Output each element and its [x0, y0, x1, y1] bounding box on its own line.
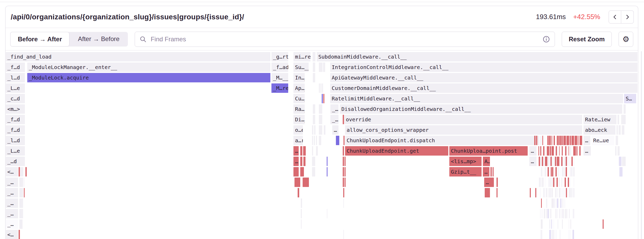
flamegraph-frame-sliver[interactable] [490, 167, 492, 177]
flamegraph-frame-sliver[interactable] [618, 115, 619, 124]
flamegraph-frame[interactable]: _…d [6, 157, 25, 166]
flamegraph-frame[interactable]: _M…re [271, 83, 288, 93]
flamegraph-frame-sliver[interactable] [19, 167, 20, 177]
flamegraph-frame-sliver[interactable] [565, 209, 566, 218]
flamegraph-frame[interactable]: … [293, 157, 299, 166]
flamegraph-frame-sliver[interactable] [570, 219, 571, 229]
flamegraph-frame-sliver[interactable] [536, 136, 537, 145]
flamegraph-frame-sliver[interactable] [559, 209, 560, 218]
flamegraph-frame-sliver[interactable] [545, 167, 546, 177]
flamegraph-frame-sliver[interactable] [313, 104, 315, 114]
flamegraph-frame-sliver[interactable] [553, 230, 554, 239]
flamegraph-frame-sliver[interactable] [567, 157, 568, 166]
flamegraph-frame[interactable]: CustomerDomainMiddleware.__call__ [330, 83, 637, 93]
flamegraph-frame[interactable]: … [484, 178, 494, 187]
flamegraph-frame-sliver[interactable] [485, 188, 490, 197]
flamegraph-frame-sliver[interactable] [624, 104, 626, 114]
flamegraph-frame-sliver[interactable] [301, 198, 302, 208]
flamegraph-frame-sliver[interactable] [19, 230, 20, 239]
flamegraph-frame-sliver[interactable] [540, 178, 542, 187]
flamegraph-frame-sliver[interactable] [566, 188, 567, 197]
flamegraph-frame[interactable]: ChunkUploadEndpoint.dispatch [345, 136, 537, 145]
flamegraph-frame-sliver[interactable] [314, 136, 315, 145]
flamegraph-frame-sliver[interactable] [570, 146, 571, 156]
flamegraph-frame-sliver[interactable] [562, 167, 564, 177]
flamegraph-frame-sliver[interactable] [562, 219, 563, 229]
flamegraph-frame-sliver[interactable] [558, 136, 560, 145]
flamegraph-frame-sliver[interactable] [552, 178, 553, 187]
flamegraph-frame-sliver[interactable] [25, 167, 27, 177]
flamegraph-frame-sliver[interactable] [496, 178, 498, 187]
flamegraph-frame-sliver[interactable] [553, 219, 554, 229]
flamegraph-frame-sliver[interactable] [562, 146, 563, 156]
flamegraph-frame-sliver[interactable] [19, 178, 23, 187]
flamegraph-frame-sliver[interactable] [543, 178, 544, 187]
flamegraph-frame[interactable]: _… [330, 104, 339, 114]
flamegraph-frame-sliver[interactable] [552, 136, 552, 145]
flamegraph-frame-sliver[interactable] [319, 115, 322, 124]
flamegraph-frame[interactable]: a…r [293, 136, 303, 145]
flamegraph-frame[interactable]: _… [6, 178, 18, 187]
flamegraph-frame-sliver[interactable] [571, 188, 572, 197]
flamegraph-frame-sliver[interactable] [562, 198, 563, 208]
flamegraph-frame[interactable]: o…e [293, 125, 303, 135]
flamegraph-frame-sliver[interactable] [550, 157, 552, 166]
flamegraph-frame-sliver[interactable] [578, 146, 579, 156]
flamegraph-frame-sliver[interactable] [576, 146, 577, 156]
flamegraph-frame[interactable]: … [332, 125, 339, 135]
flamegraph-frame-sliver[interactable] [622, 157, 626, 166]
flamegraph-frame-sliver[interactable] [552, 167, 553, 177]
flamegraph-frame-sliver[interactable] [573, 188, 575, 197]
flamegraph-frame-sliver[interactable] [541, 219, 543, 229]
flamegraph-frame[interactable]: Gzip…t__ [449, 167, 482, 177]
flamegraph-frame-sliver[interactable] [568, 219, 570, 229]
flamegraph-frame-sliver[interactable] [314, 125, 315, 135]
flamegraph-frame[interactable]: _l…d [6, 73, 25, 82]
flamegraph-frame-sliver[interactable] [552, 157, 553, 166]
flamegraph-frame-sliver[interactable] [559, 188, 560, 197]
flamegraph-frame-sliver[interactable] [554, 136, 555, 145]
flamegraph-frame-sliver[interactable] [539, 178, 540, 187]
flamegraph-frame-sliver[interactable] [621, 115, 626, 124]
flamegraph-frame-sliver[interactable] [569, 146, 569, 156]
flamegraph-frame-sliver[interactable] [557, 198, 558, 208]
flamegraph-frame-sliver[interactable] [303, 146, 306, 156]
flamegraph-frame-sliver[interactable] [548, 209, 549, 218]
flamegraph-frame-sliver[interactable] [558, 219, 558, 229]
flamegraph-frame-sliver[interactable] [571, 157, 573, 166]
flamegraph-frame-sliver[interactable] [303, 157, 305, 166]
flamegraph-frame-sliver[interactable] [301, 209, 302, 218]
flamegraph-frame-sliver[interactable] [573, 209, 574, 218]
flamegraph-frame-sliver[interactable] [569, 188, 571, 197]
flamegraph-frame-sliver[interactable] [541, 198, 542, 208]
flamegraph-frame-sliver[interactable] [539, 136, 540, 145]
flamegraph-frame-sliver[interactable] [323, 94, 324, 103]
flamegraph-frame-sliver[interactable] [300, 157, 302, 166]
flamegraph-frame[interactable]: In…_ [293, 73, 305, 82]
flamegraph-frame-sliver[interactable] [560, 230, 560, 239]
flamegraph-frame-sliver[interactable] [557, 188, 558, 197]
flamegraph-frame-sliver[interactable] [544, 136, 545, 145]
flamegraph-frame-sliver[interactable] [550, 136, 551, 145]
flamegraph-frame-sliver[interactable] [541, 167, 542, 177]
flamegraph-frame-sliver[interactable] [557, 209, 558, 218]
flamegraph-frame-sliver[interactable] [19, 219, 23, 229]
flamegraph-frame-sliver[interactable] [622, 125, 624, 135]
flamegraph-frame-sliver[interactable] [567, 146, 568, 156]
flamegraph-frame[interactable]: _… [330, 115, 339, 124]
flamegraph-frame-sliver[interactable] [559, 198, 559, 208]
flamegraph-frame[interactable]: _… [6, 188, 18, 197]
flamegraph-frame[interactable]: _l…d [6, 136, 25, 145]
flamegraph-frame-sliver[interactable] [496, 188, 498, 197]
flamegraph-canvas[interactable]: _find_and_load_g…rtmi…reSubdomainMiddlew… [0, 0, 644, 239]
flamegraph-frame[interactable]: ChunkUploa…point.post [449, 146, 528, 156]
flamegraph-frame-sliver[interactable] [547, 136, 549, 145]
flamegraph-frame-sliver[interactable] [566, 167, 567, 177]
flamegraph-frame[interactable]: _g…rt [271, 52, 288, 61]
flamegraph-frame[interactable]: _find_and_load [6, 52, 270, 61]
flamegraph-frame-sliver[interactable] [575, 146, 576, 156]
flamegraph-frame-sliver[interactable] [616, 125, 618, 135]
flamegraph-frame-sliver[interactable] [571, 167, 573, 177]
flamegraph-frame[interactable]: … [483, 167, 489, 177]
flamegraph-frame-sliver[interactable] [19, 209, 23, 218]
